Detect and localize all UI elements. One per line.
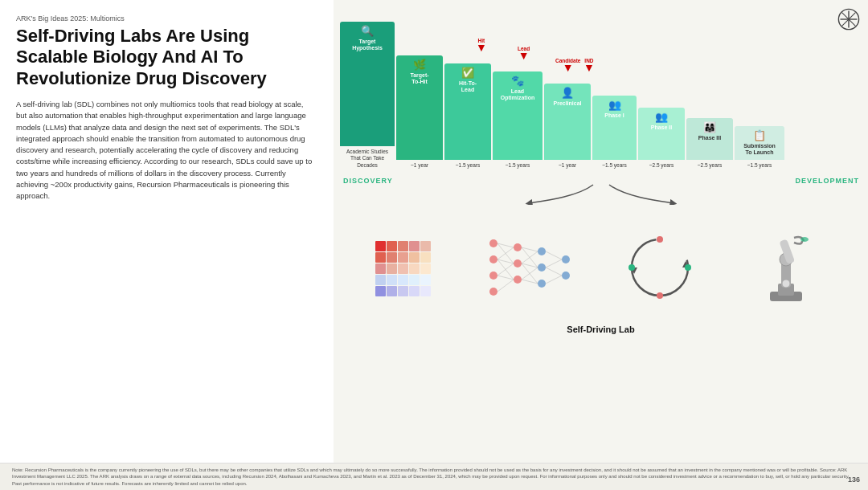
svg-point-7	[538, 247, 546, 255]
svg-point-42	[800, 237, 809, 242]
stage-label-phase-2: Phase II	[649, 125, 674, 132]
stage-icon-target-to-hit: 🌿	[413, 59, 426, 70]
stage-icon-phase-3: 👨‍👩‍👧	[703, 122, 716, 133]
stage-label-submission: Submission To Launch	[742, 143, 777, 157]
heatmap-cell	[409, 241, 420, 251]
left-panel: ARK's Big Ideas 2025: Multiomics Self-Dr…	[0, 0, 330, 466]
heatmap-cell	[375, 252, 386, 263]
svg-point-36	[685, 264, 691, 271]
section-labels: DISCOVERY DEVELOPMENT	[340, 172, 862, 186]
stage-phase-3: 👨‍👩‍👧Phase III~2.5 years	[686, 118, 733, 169]
heatmap-cell	[387, 252, 397, 263]
stage-label-target-hypothesis: Target Hypothesis	[350, 39, 384, 53]
heatmap-cell	[375, 241, 386, 251]
stage-target-to-hit: 🌿Target- To-Hit~1 year	[396, 55, 443, 169]
stage-icon-submission: 📋	[753, 130, 766, 141]
stage-icon-preclinical: 👤	[561, 88, 574, 98]
svg-point-5	[514, 259, 522, 267]
heatmap-cell	[387, 275, 397, 285]
svg-line-29	[546, 267, 562, 276]
heatmap-cell	[409, 252, 420, 263]
heatmap-cell	[420, 241, 431, 251]
svg-point-1	[489, 255, 497, 263]
svg-point-3	[489, 288, 497, 296]
page-number: 136	[848, 476, 860, 484]
right-panel: Hit▼Lead▼Candidate▼IND▼ 🔍Target Hypothes…	[334, 0, 868, 490]
stage-label-target-to-hit: Target- To-Hit	[408, 72, 430, 87]
robot-arm-illustration	[746, 223, 826, 312]
heatmap-cell	[398, 286, 408, 296]
heatmap-cell	[387, 241, 397, 251]
heatmap-cell	[375, 275, 386, 285]
illustrations-row	[340, 205, 862, 329]
heatmap-cell	[398, 241, 408, 251]
svg-line-27	[546, 251, 562, 259]
heatmap-cell	[420, 275, 431, 285]
subtitle: ARK's Big Ideas 2025: Multiomics	[16, 14, 313, 22]
svg-point-33	[657, 236, 663, 243]
footer-note: Note: Recursion Pharmaceuticals is the c…	[0, 463, 868, 490]
heatmap-cell	[398, 252, 408, 263]
stages-row: 🔍Target HypothesisAcademic Studies That …	[340, 28, 862, 169]
stage-time-phase-2: ~2.5 years	[649, 162, 674, 169]
stage-label-phase-1: Phase I	[603, 112, 626, 120]
heatmap-cell	[375, 286, 386, 296]
stage-time-submission: ~1.5 years	[747, 162, 772, 169]
heatmap-illustration	[375, 241, 432, 293]
svg-line-22	[522, 251, 538, 263]
svg-point-35	[628, 264, 635, 271]
ark-logo	[837, 8, 860, 31]
heatmap-cell	[409, 263, 420, 274]
discovery-label: DISCOVERY	[343, 177, 393, 185]
development-label: DEVELOPMENT	[795, 177, 859, 185]
robot-arm-svg	[746, 223, 826, 312]
svg-line-30	[546, 276, 562, 284]
stage-lead-optimization: 🐾Lead Optimization~1.5 years	[493, 71, 542, 169]
main-title: Self-Driving Labs Are Using Scalable Bio…	[16, 26, 313, 89]
stage-icon-hit-to-lead: ✅	[461, 67, 474, 78]
stage-time-phase-3: ~2.5 years	[698, 162, 723, 169]
cycle-illustration	[620, 227, 700, 308]
heatmap-cell	[420, 263, 431, 274]
stage-label-phase-3: Phase III	[697, 135, 723, 142]
stage-icon-target-hypothesis: 🔍	[361, 26, 374, 36]
stage-time-hit-to-lead: ~1.5 years	[456, 162, 481, 169]
svg-line-14	[497, 247, 514, 259]
svg-line-28	[546, 259, 562, 267]
stage-label-hit-to-lead: Hit-To- Lead	[457, 80, 478, 95]
neural-cycle-illustration	[477, 219, 574, 316]
svg-line-17	[497, 263, 514, 276]
svg-point-9	[538, 280, 546, 288]
stage-hit-to-lead: ✅Hit-To- Lead~1.5 years	[444, 63, 491, 169]
svg-point-10	[562, 255, 570, 263]
stage-time-target-hypothesis: Academic Studies That Can Take Decades	[346, 149, 388, 169]
stage-target-hypothesis: 🔍Target HypothesisAcademic Studies That …	[340, 22, 395, 169]
stage-icon-phase-2: 👥	[655, 112, 668, 122]
cycle-svg	[620, 227, 700, 308]
svg-point-31	[632, 239, 688, 296]
svg-point-0	[489, 239, 497, 247]
stage-submission: 📋Submission To Launch~1.5 years	[735, 126, 784, 169]
sdl-label-container: Self-Driving Lab	[340, 321, 862, 336]
svg-line-25	[522, 267, 538, 280]
heatmap-cell	[420, 252, 431, 263]
stage-phase-1: 👥Phase I~1.5 years	[592, 96, 637, 169]
svg-point-11	[562, 272, 570, 280]
heatmap-cell	[398, 263, 408, 274]
stage-phase-2: 👥Phase II~2.5 years	[638, 108, 685, 169]
stage-label-lead-optimization: Lead Optimization	[499, 88, 536, 103]
heatmap-cell	[387, 286, 397, 296]
stage-time-lead-optimization: ~1.5 years	[506, 162, 530, 169]
neural-network-svg	[477, 219, 574, 316]
svg-point-2	[489, 272, 497, 280]
svg-line-19	[497, 280, 514, 292]
stage-icon-lead-optimization: 🐾	[511, 76, 524, 86]
svg-point-4	[514, 243, 522, 251]
svg-point-6	[514, 276, 522, 284]
svg-point-8	[538, 263, 546, 272]
sdl-label: Self-Driving Lab	[567, 325, 634, 334]
heatmap-cell	[398, 275, 408, 285]
stage-time-target-to-hit: ~1 year	[411, 162, 428, 169]
heatmap-cell	[409, 286, 420, 296]
stage-label-preclinical: Preclinical	[551, 100, 583, 108]
